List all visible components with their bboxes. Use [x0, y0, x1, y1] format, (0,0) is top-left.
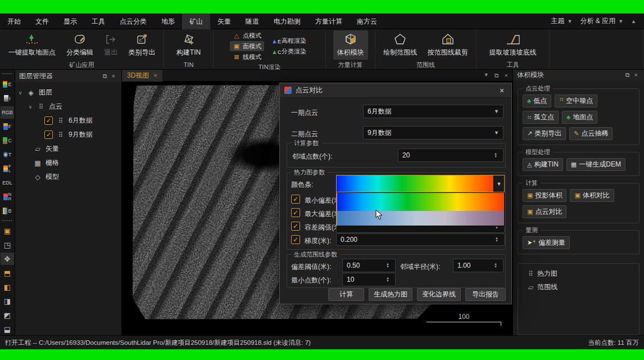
volume-compare-button[interactable]: ▣体积对比 — [570, 189, 614, 202]
collapse-ribbon-icon[interactable]: ▲ — [631, 19, 636, 24]
min-deviation-checkbox[interactable]: ✓ — [291, 195, 300, 204]
isolated-points-button[interactable]: ⠶孤立点 — [523, 111, 559, 124]
gradient-spinner[interactable]: 0.200▲▼ — [336, 233, 505, 246]
generate-dem-button[interactable]: ▦一键生成DEM — [566, 158, 625, 171]
rgb-render-tool[interactable]: RGB — [1, 106, 14, 119]
tab-list-icon[interactable]: ▼ — [484, 72, 489, 79]
elevation-render-button[interactable]: ▲E 高程渲染 — [269, 36, 309, 46]
checkbox-checked[interactable]: ✓ — [44, 116, 53, 125]
float-panel-icon[interactable]: ⧉ — [623, 71, 632, 79]
intensity-render-tool[interactable]: I — [1, 92, 14, 105]
air-noise-button[interactable]: ⠛空中噪点 — [555, 94, 597, 107]
elevation-render-tool[interactable]: E — [1, 78, 14, 91]
point-mode-button[interactable]: △ 点模式 — [230, 30, 264, 40]
menu-volume-calc[interactable]: 方量计算 — [308, 14, 350, 29]
menu-file[interactable]: 文件 — [28, 14, 56, 29]
checkbox-checked[interactable]: ✓ — [44, 130, 53, 139]
menu-vector[interactable]: 矢量 — [210, 14, 238, 29]
menu-south-cloud[interactable]: 南方云 — [350, 14, 384, 29]
low-points-button[interactable]: ♣低点 — [523, 94, 551, 107]
classify-edit-button[interactable]: 分类编辑 — [62, 30, 97, 60]
time-render-tool[interactable]: T — [1, 148, 14, 161]
view-left-cube-tool[interactable]: ◨ — [1, 295, 14, 307]
tree-node-vector[interactable]: ▱ 矢量 — [17, 142, 119, 156]
max-deviation-checkbox[interactable]: ✓ — [291, 208, 300, 217]
ground-points-button[interactable]: ♣地面点 — [562, 111, 597, 124]
deviation-threshold-spinner[interactable]: 0.50▲▼ — [342, 259, 396, 272]
thin-pointcloud-button[interactable]: ✎点云抽稀 — [569, 127, 613, 140]
menu-terrain[interactable]: 地形 — [154, 14, 182, 29]
toolbar-grip[interactable]: ••••• — [2, 219, 12, 223]
close-panel-icon[interactable]: × — [632, 71, 640, 78]
draw-boundary-button[interactable]: 绘制范围线 — [379, 30, 421, 60]
spinner-arrows-icon[interactable]: ▲▼ — [492, 263, 499, 268]
list-item-rangeline[interactable]: ▱ 范围线 — [520, 281, 637, 294]
tree-node-layers[interactable]: ∨ ◈ 图层 — [17, 86, 119, 100]
tree-node-pointcloud[interactable]: ∨ ⠿ 点云 — [17, 100, 119, 114]
extract-slope-lines-button[interactable]: 提取坡顶坡底线 — [486, 30, 541, 60]
calculate-button[interactable]: 计算 — [328, 288, 364, 301]
box-select-tool[interactable]: ▣ — [1, 225, 14, 237]
gradient-checkbox[interactable]: ✓ — [291, 235, 300, 244]
box-clip-tool[interactable]: ◳ — [1, 238, 14, 251]
list-item-heatmap[interactable]: ⠿ 热力图 — [520, 267, 637, 281]
close-tab-icon[interactable]: × — [153, 72, 157, 79]
chevron-expanded-icon[interactable]: ∨ — [17, 90, 23, 96]
phase2-combo[interactable]: 9月数据▼ — [363, 126, 504, 140]
view-top-cube-tool[interactable]: ⬒ — [1, 267, 14, 279]
face-mode-button[interactable]: ▣ 面模式 — [230, 41, 264, 51]
toolbar-grip[interactable]: ••••• — [2, 72, 12, 76]
class-export-button[interactable]: ↗类别导出 — [523, 127, 566, 140]
pan-hand-tool[interactable]: ✥ — [1, 253, 14, 265]
view-front-cube-tool[interactable]: ◧ — [1, 281, 14, 293]
build-tin-button[interactable]: ◬构建TIN — [523, 158, 563, 171]
colorbar-option-blue-purple[interactable] — [337, 211, 504, 226]
edl-render-tool[interactable]: EDL — [1, 177, 14, 189]
tree-node-september-data[interactable]: ✓ ⠿ 9月数据 — [17, 128, 119, 142]
neighbor-radius-spinner[interactable]: 1.00▲▼ — [453, 259, 504, 272]
close-view-icon[interactable]: × — [505, 72, 508, 79]
chevron-expanded-icon[interactable]: ∨ — [28, 104, 33, 110]
min-points-spinner[interactable]: 10▲▼ — [342, 273, 396, 286]
close-panel-icon[interactable]: × — [110, 73, 117, 79]
volume-module-button[interactable]: 体积模块 — [333, 30, 368, 60]
float-view-icon[interactable]: ⧉ — [495, 72, 499, 79]
menu-power-survey[interactable]: 电力勘测 — [266, 14, 308, 29]
projected-volume-button[interactable]: ▣投影体积 — [523, 189, 566, 202]
generate-heatmap-button[interactable]: 生成热力图 — [369, 288, 412, 301]
build-tin-button[interactable]: 构建TIN — [173, 30, 205, 60]
clip-by-boundary-button[interactable]: ⌐ 按范围线裁剪 — [424, 30, 472, 60]
extract-ground-button[interactable]: 一键提取地面点 — [4, 30, 60, 60]
view-back-cube-tool[interactable]: ⬓ — [1, 323, 14, 335]
fl-render-tool[interactable]: FL — [1, 163, 14, 175]
blend-render-tool[interactable]: B — [1, 205, 14, 217]
analysis-app-dropdown[interactable]: 分析 & 应用 ▼ — [580, 16, 623, 26]
phase1-combo[interactable]: 6月数据▼ — [363, 105, 504, 118]
change-boundary-button[interactable]: 变化边界线 — [417, 288, 461, 301]
spinner-arrows-icon[interactable]: ▲▼ — [493, 237, 500, 242]
export-report-button[interactable]: 导出报告 — [465, 288, 506, 301]
flight-render-tool[interactable]: F — [1, 120, 14, 133]
class-render-button[interactable]: ▲C 分类渲染 — [269, 47, 309, 57]
nr-render-tool[interactable]: NR — [1, 191, 14, 203]
tree-node-model[interactable]: ◇ 模型 — [17, 170, 119, 184]
menu-display[interactable]: 显示 — [56, 14, 84, 29]
theme-dropdown[interactable]: 主题 ▼ — [551, 16, 573, 26]
close-dialog-icon[interactable]: × — [497, 86, 507, 95]
tree-node-june-data[interactable]: ✓ ⠿ 6月数据 — [17, 114, 119, 128]
colorbar-combo[interactable]: ▼ — [336, 175, 505, 192]
class-export-button[interactable]: c 类别导出 — [124, 30, 159, 60]
line-mode-button[interactable]: ⊠ 线模式 — [230, 52, 264, 62]
spinner-arrows-icon[interactable]: ▲▼ — [384, 277, 391, 282]
menu-start[interactable]: 开始 — [0, 14, 28, 29]
tab-3d-view[interactable]: 3D视图 × — [122, 70, 162, 82]
pointcloud-compare-button[interactable]: ▣点云对比 — [523, 205, 566, 218]
dialog-titlebar[interactable]: 点云对比 × — [280, 83, 511, 98]
colorbar-option-rainbow[interactable] — [337, 193, 504, 211]
spinner-arrows-icon[interactable]: ▲▼ — [492, 152, 499, 158]
view-right-cube-tool[interactable]: ◩ — [1, 309, 14, 321]
tolerance-checkbox[interactable]: ✓ — [291, 222, 300, 231]
tree-node-raster[interactable]: ▦ 栅格 — [17, 156, 119, 170]
menu-tunnel[interactable]: 隧道 — [238, 14, 266, 29]
class-render-tool[interactable]: C — [1, 134, 14, 147]
